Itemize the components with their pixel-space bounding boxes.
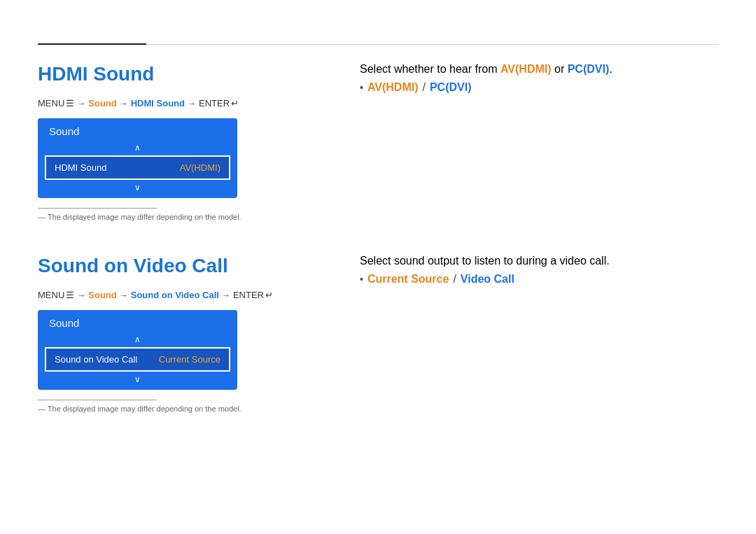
hdmi-chevron-up-container: ∧	[38, 141, 237, 155]
hdmi-item-label: HDMI Sound	[55, 162, 106, 173]
video-chevron-down-container: ∨	[38, 372, 237, 390]
video-breadcrumb: MENU ☰ → Sound → Sound on Video Call → E…	[38, 290, 325, 300]
hdmi-left-col: HDMI Sound MENU ☰ → Sound → HDMI Sound →…	[38, 63, 325, 221]
hdmi-bc-sound: Sound	[88, 98, 116, 108]
video-arrow1: →	[77, 290, 85, 300]
hdmi-breadcrumb: MENU ☰ → Sound → HDMI Sound → ENTER ↵	[38, 98, 325, 108]
video-arrow2: →	[120, 290, 128, 300]
hdmi-chevron-down-container: ∨	[38, 180, 237, 198]
hdmi-bullet-sep: /	[422, 81, 425, 94]
hdmi-chevron-up-icon: ∧	[38, 141, 237, 155]
video-menu-item: Sound on Video Call Current Source	[45, 347, 230, 372]
top-decorative-line	[38, 43, 718, 45]
video-menu-header: Sound	[38, 310, 237, 333]
video-bullet-videocall: Video Call	[461, 273, 514, 286]
hdmi-chevron-down-icon: ∨	[38, 180, 237, 198]
hdmi-bullet-pc: PC(DVI)	[430, 81, 472, 94]
hdmi-menu-box-title: Sound	[49, 125, 79, 137]
video-menu-label: MENU	[38, 290, 64, 300]
video-chevron-up-icon: ∧	[38, 333, 237, 347]
hdmi-arrow2: →	[120, 99, 128, 108]
video-bullet-item: Current Source / Video Call	[360, 273, 718, 286]
top-line-light	[146, 44, 718, 45]
video-item-label: Sound on Video Call	[55, 354, 137, 365]
hdmi-arrow1: →	[77, 99, 85, 108]
hdmi-desc-pc: PC(DVI)	[568, 63, 610, 75]
video-bc-soundvideocall: Sound on Video Call	[131, 290, 219, 300]
hdmi-menu-header: Sound	[38, 118, 237, 141]
video-item-value: Current Source	[159, 354, 220, 365]
hdmi-desc-text1: Select whether to hear from	[360, 63, 500, 75]
hdmi-right-col: Select whether to hear from AV(HDMI) or …	[325, 63, 718, 221]
hdmi-note: ― The displayed image may differ dependi…	[38, 213, 325, 221]
hdmi-menu-icon: ☰	[66, 98, 74, 108]
hdmi-description: Select whether to hear from AV(HDMI) or …	[360, 63, 718, 76]
hdmi-divider	[38, 208, 157, 209]
video-call-title: Sound on Video Call	[38, 255, 325, 277]
video-chevron-down-icon: ∨	[38, 372, 237, 390]
hdmi-menu-box: Sound ∧ HDMI Sound AV(HDMI) ∨	[38, 118, 237, 198]
hdmi-menu-item: HDMI Sound AV(HDMI)	[45, 155, 230, 180]
hdmi-desc-or: or	[552, 63, 568, 75]
video-menu-box: Sound ∧ Sound on Video Call Current Sour…	[38, 310, 237, 390]
hdmi-enter-icon: ↵	[231, 98, 239, 108]
section-hdmi-sound: HDMI Sound MENU ☰ → Sound → HDMI Sound →…	[38, 63, 718, 221]
hdmi-enter: ENTER	[199, 98, 230, 108]
hdmi-menu-label: MENU	[38, 98, 64, 108]
video-bullet-current: Current Source	[368, 273, 449, 286]
hdmi-bullet-item: AV(HDMI) / PC(DVI)	[360, 81, 718, 94]
video-bullet-sep: /	[453, 273, 456, 286]
video-note: ― The displayed image may differ dependi…	[38, 405, 325, 413]
hdmi-arrow3: →	[188, 99, 196, 108]
video-enter: ENTER	[233, 290, 264, 300]
hdmi-bc-hdmisound: HDMI Sound	[131, 98, 185, 108]
video-arrow3: →	[222, 290, 230, 300]
hdmi-item-value: AV(HDMI)	[180, 162, 220, 173]
video-bc-sound: Sound	[88, 290, 116, 300]
video-right-col: Select sound output to listen to during …	[325, 255, 718, 413]
page-container: HDMI Sound MENU ☰ → Sound → HDMI Sound →…	[0, 0, 756, 534]
video-description: Select sound output to listen to during …	[360, 255, 718, 267]
video-left-col: Sound on Video Call MENU ☰ → Sound → Sou…	[38, 255, 325, 413]
video-menu-box-title: Sound	[49, 317, 79, 329]
hdmi-two-col: HDMI Sound MENU ☰ → Sound → HDMI Sound →…	[38, 63, 718, 221]
hdmi-sound-title: HDMI Sound	[38, 63, 325, 85]
hdmi-bullet-av: AV(HDMI)	[368, 81, 419, 94]
section-video-call: Sound on Video Call MENU ☰ → Sound → Sou…	[38, 255, 718, 413]
video-divider	[38, 400, 157, 400]
video-chevron-up-container: ∧	[38, 333, 237, 347]
hdmi-desc-period: .	[609, 63, 612, 75]
video-two-col: Sound on Video Call MENU ☰ → Sound → Sou…	[38, 255, 718, 413]
video-enter-icon: ↵	[265, 290, 273, 300]
top-line-dark	[38, 43, 146, 45]
hdmi-desc-av: AV(HDMI)	[500, 63, 552, 75]
video-menu-icon: ☰	[66, 290, 74, 300]
